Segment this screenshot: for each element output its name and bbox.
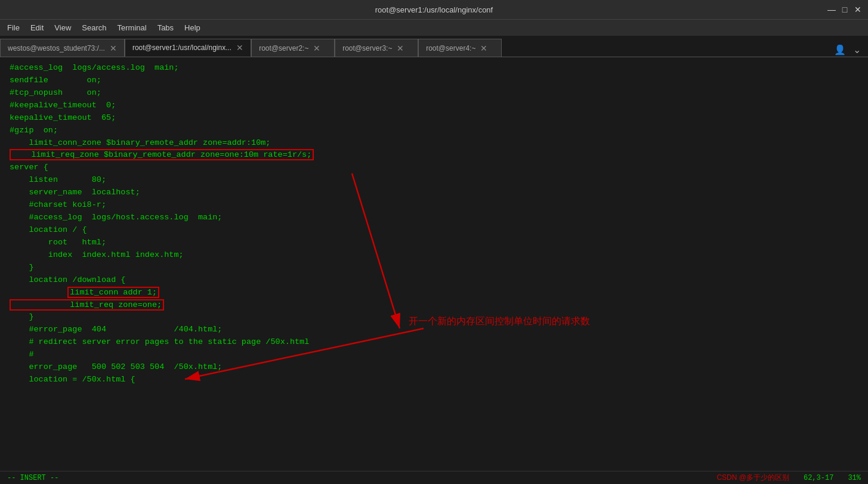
tab-5[interactable]: root@server4:~ ✕ [418,39,502,57]
terminal-content[interactable]: #access_log logs/access.log main;sendfil… [0,57,868,471]
tab-2[interactable]: root@server1:/usr/local/nginx... ✕ [125,39,251,57]
code-line-3: sendfile on; [10,75,858,87]
tab-5-close[interactable]: ✕ [480,44,487,53]
tab-1-close[interactable]: ✕ [110,44,117,53]
code-line-1: #access_log logs/access.log main; [10,62,858,75]
code-line-35: # redirect server error pages to the sta… [10,336,858,349]
menu-view[interactable]: View [50,22,76,33]
close-button[interactable]: ✕ [852,4,863,15]
code-line-38: location = /50x.html { [10,374,858,386]
code-line-12: limit_req_zone $binary_remote_addr zone=… [10,149,858,162]
menu-terminal[interactable]: Terminal [113,22,152,33]
title-bar: root@server1:/usr/local/nginx/conf — □ ✕ [0,0,868,19]
tab-2-close[interactable]: ✕ [236,43,243,52]
tab-bar: westos@westos_student73:/... ✕ root@serv… [0,36,868,57]
code-line-37: error_page 500 502 503 504 /50x.html; [10,361,858,374]
code-line-16: server_name localhost; [10,187,858,199]
menu-bar: File Edit View Search Terminal Tabs Help [0,19,868,36]
code-line-9: #gzip on; [10,125,858,137]
code-line-23: root html; [10,237,858,249]
tab-4-label: root@server3:~ [342,44,392,52]
tab-4-close[interactable]: ✕ [397,44,404,53]
code-line-14: server { [10,162,858,174]
code-line-7: keepalive_timeout 65; [10,112,858,125]
window-controls: — □ ✕ [826,4,863,15]
code-line-29: limit_conn addr 1; [10,287,858,299]
tab-5-label: root@server4:~ [426,44,475,52]
code-line-22: location / { [10,224,858,237]
code-line-33: #error_page 404 /404.html; [10,324,858,336]
tab-dropdown-button[interactable]: ⌄ [851,43,863,57]
code-line-4: #tcp_nopush on; [10,87,858,100]
cursor-position: 62,3-17 [804,474,833,482]
status-bar: -- INSERT -- CSDN @多于少的区别 62,3-17 31% [0,471,868,484]
tab-profile-button[interactable]: 👤 [832,43,848,57]
window-title: root@server1:/usr/local/nginx/conf [375,5,493,14]
tab-3[interactable]: root@server2:~ ✕ [251,39,335,57]
tab-1[interactable]: westos@westos_student73:/... ✕ [0,39,125,57]
code-line-27: location /download { [10,274,858,287]
code-line-25: } [10,262,858,274]
menu-search[interactable]: Search [77,22,111,33]
insert-mode: -- INSERT -- [7,474,58,482]
tab-4[interactable]: root@server3:~ ✕ [335,39,418,57]
code-line-15: listen 80; [10,174,858,187]
menu-help[interactable]: Help [180,22,205,33]
menu-edit[interactable]: Edit [26,22,48,33]
tab-2-label: root@server1:/usr/local/nginx... [132,44,231,52]
maximize-button[interactable]: □ [839,4,850,15]
status-right: CSDN @多于少的区别 62,3-17 31% [716,473,861,483]
watermark-text: CSDN @多于少的区别 [716,473,789,483]
tab-3-label: root@server2:~ [259,44,308,52]
tab-bar-end: 👤 ⌄ [832,43,868,57]
tab-1-label: westos@westos_student73:/... [8,44,105,52]
scroll-percent: 31% [848,474,861,482]
code-line-30: limit_req zone=one; [10,299,858,312]
code-line-20: #access_log logs/host.access.log main; [10,212,858,224]
code-line-36: # [10,349,858,361]
code-line-31: } [10,311,858,324]
minimize-button[interactable]: — [826,4,837,15]
menu-file[interactable]: File [2,22,24,33]
tab-3-close[interactable]: ✕ [313,44,320,53]
code-line-18: #charset koi8-r; [10,199,858,212]
code-line-11: limit_conn_zone $binary_remote_addr zone… [10,137,858,150]
menu-tabs[interactable]: Tabs [153,22,178,33]
code-line-6: #keepalive_timeout 0; [10,100,858,112]
code-line-24: index index.html index.htm; [10,249,858,262]
